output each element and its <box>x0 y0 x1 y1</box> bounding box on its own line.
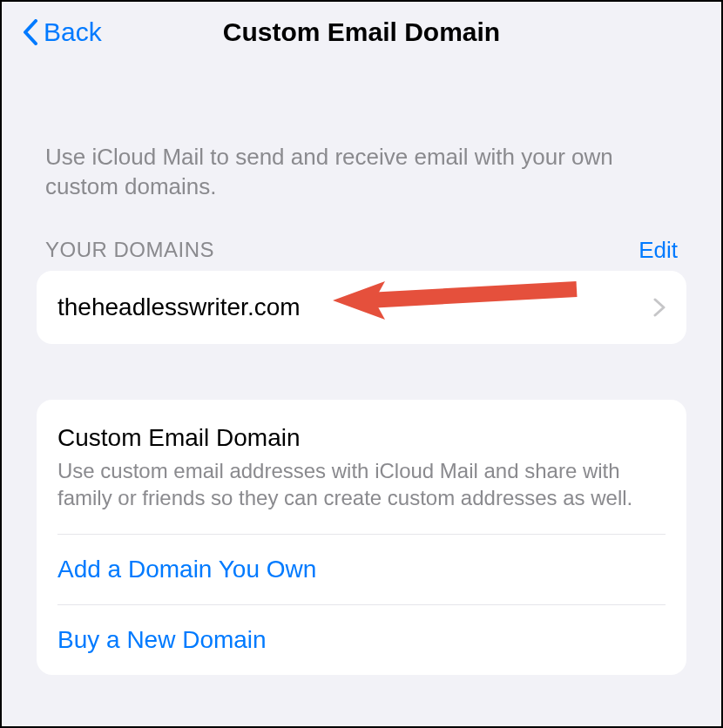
add-domain-button[interactable]: Add a Domain You Own <box>57 535 666 604</box>
edit-button[interactable]: Edit <box>639 237 678 264</box>
domain-name: theheadlesswriter.com <box>57 293 301 321</box>
domains-card: theheadlesswriter.com <box>37 271 686 344</box>
back-label: Back <box>44 17 102 47</box>
back-button[interactable]: Back <box>23 17 102 47</box>
chevron-left-icon <box>23 19 38 45</box>
domains-label: YOUR DOMAINS <box>45 238 214 262</box>
domains-section-header: YOUR DOMAINS Edit <box>37 237 686 271</box>
domain-row[interactable]: theheadlesswriter.com <box>37 271 686 344</box>
header-bar: Back Custom Email Domain <box>2 2 721 56</box>
chevron-right-icon <box>653 298 666 317</box>
info-description: Use custom email addresses with iCloud M… <box>57 457 666 534</box>
buy-domain-button[interactable]: Buy a New Domain <box>57 605 666 675</box>
info-title: Custom Email Domain <box>57 424 666 452</box>
content-area: Use iCloud Mail to send and receive emai… <box>2 56 721 675</box>
info-card: Custom Email Domain Use custom email add… <box>37 400 686 675</box>
intro-text: Use iCloud Mail to send and receive emai… <box>37 143 686 237</box>
page-title: Custom Email Domain <box>23 17 700 47</box>
